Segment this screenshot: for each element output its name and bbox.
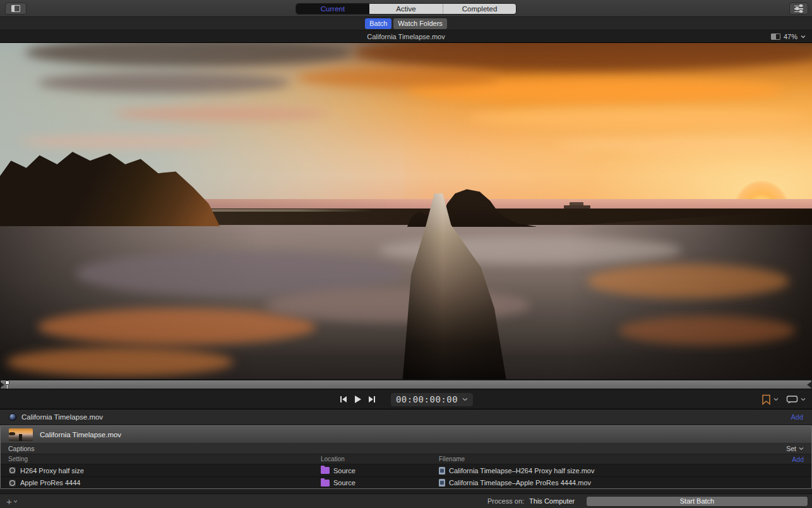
transport-bar: 00:00:00:00 bbox=[0, 390, 812, 409]
setting-name: Apple ProRes 4444 bbox=[20, 479, 80, 487]
compressor-window: Current Active Completed Batch Watch Fol… bbox=[0, 0, 812, 508]
sunset-scene bbox=[0, 43, 812, 379]
tab-active[interactable]: Active bbox=[369, 4, 443, 14]
toolbar: Current Active Completed bbox=[0, 0, 812, 17]
display-options-button[interactable] bbox=[786, 395, 798, 404]
filename-value: California Timelapse–H264 Proxy half siz… bbox=[449, 467, 595, 475]
zoom-level: 47% bbox=[784, 33, 797, 40]
chevron-down-icon bbox=[13, 500, 18, 503]
movie-file-icon bbox=[9, 413, 16, 421]
chevron-down-icon bbox=[799, 447, 804, 451]
cloud bbox=[19, 135, 221, 148]
view-segmented-control: Current Active Completed bbox=[296, 3, 516, 15]
timecode-field[interactable]: 00:00:00:00 bbox=[391, 393, 473, 406]
column-header-row: Setting Location Filename Add bbox=[1, 454, 811, 464]
batch-list-empty-area bbox=[0, 489, 812, 493]
column-filename: Filename bbox=[439, 456, 465, 463]
cloud bbox=[297, 68, 499, 87]
chevron-down-icon bbox=[462, 397, 468, 401]
file-icon bbox=[439, 467, 445, 475]
play-icon bbox=[354, 395, 362, 404]
cloud bbox=[467, 109, 808, 128]
tab-current[interactable]: Current bbox=[296, 4, 369, 14]
batch-tabs-row: Batch Watch Folders bbox=[0, 17, 812, 30]
skip-forward-icon bbox=[367, 396, 376, 403]
playhead[interactable] bbox=[5, 380, 9, 389]
location-value: Source bbox=[333, 479, 355, 487]
add-output-link[interactable]: Add bbox=[791, 413, 803, 421]
marker-button[interactable] bbox=[761, 394, 771, 405]
cloud bbox=[556, 138, 796, 152]
start-batch-button[interactable]: Start Batch bbox=[586, 496, 808, 507]
captions-label: Captions bbox=[8, 445, 34, 452]
job-header-row[interactable]: California Timelapse.mov bbox=[1, 426, 811, 444]
go-to-start-button[interactable] bbox=[339, 396, 348, 403]
job-thumbnail bbox=[9, 428, 33, 441]
column-setting: Setting bbox=[8, 456, 28, 463]
set-label: Set bbox=[786, 445, 796, 452]
column-location: Location bbox=[321, 456, 345, 463]
process-on-value: This Computer bbox=[529, 497, 575, 505]
tab-watch-folders[interactable]: Watch Folders bbox=[393, 18, 447, 29]
batch-list: California Timelapse.mov Add California … bbox=[0, 409, 812, 493]
timecode-value: 00:00:00:00 bbox=[396, 394, 458, 404]
bookmark-icon bbox=[761, 394, 771, 405]
go-to-end-button[interactable] bbox=[367, 396, 376, 403]
add-output-link[interactable]: Add bbox=[792, 456, 804, 463]
folder-icon bbox=[321, 467, 330, 474]
preview-image bbox=[0, 43, 812, 379]
captions-set-dropdown[interactable]: Set bbox=[786, 445, 804, 452]
captions-row[interactable]: Captions Set bbox=[1, 444, 811, 454]
viewer-title: California Timelapse.mov bbox=[367, 33, 445, 40]
sliders-icon bbox=[794, 5, 803, 13]
setting-name: H264 Proxy half size bbox=[20, 467, 84, 475]
setting-icon bbox=[8, 479, 16, 487]
job-name: California Timelapse.mov bbox=[40, 431, 121, 438]
in-point-marker[interactable] bbox=[1, 382, 4, 387]
timeline-scrubber[interactable] bbox=[0, 379, 812, 390]
cloud bbox=[114, 106, 328, 121]
display-icon bbox=[786, 395, 798, 404]
ship-silhouette bbox=[564, 201, 590, 209]
output-row[interactable]: Apple ProRes 4444 Source California Time… bbox=[1, 476, 811, 488]
chevron-down-icon bbox=[801, 35, 806, 39]
file-icon bbox=[439, 479, 445, 487]
cloud-reflection bbox=[587, 264, 789, 298]
tab-batch[interactable]: Batch bbox=[365, 18, 391, 29]
skip-back-icon bbox=[339, 396, 348, 403]
source-row[interactable]: California Timelapse.mov Add bbox=[0, 409, 812, 425]
viewer-title-bar: California Timelapse.mov 47% bbox=[0, 30, 812, 43]
add-job-button[interactable]: + bbox=[6, 497, 18, 506]
source-name: California Timelapse.mov bbox=[21, 413, 103, 421]
process-on-control: Process on: This Computer bbox=[487, 497, 592, 505]
scrubber-track[interactable] bbox=[1, 380, 811, 389]
plus-icon: + bbox=[6, 497, 12, 506]
cloud bbox=[38, 72, 290, 94]
sidebar-icon bbox=[11, 5, 20, 12]
chevron-down-icon[interactable] bbox=[773, 397, 779, 401]
cloud-reflection bbox=[6, 348, 234, 377]
split-view-icon bbox=[771, 33, 780, 40]
chevron-down-icon[interactable] bbox=[801, 397, 806, 401]
play-button[interactable] bbox=[354, 395, 362, 404]
location-value: Source bbox=[333, 467, 355, 475]
cloud-reflection bbox=[619, 316, 796, 345]
cloud-reflection bbox=[38, 308, 316, 345]
setting-icon bbox=[8, 466, 16, 475]
tab-completed[interactable]: Completed bbox=[443, 4, 516, 14]
folder-icon bbox=[321, 480, 330, 487]
filename-value: California Timelapse–Apple ProRes 4444.m… bbox=[449, 479, 591, 487]
footer-bar: + Process on: This Computer Start Batch bbox=[0, 493, 812, 508]
sidebar-toggle-button[interactable] bbox=[5, 3, 27, 15]
process-on-label: Process on: bbox=[487, 497, 524, 505]
output-row[interactable]: H264 Proxy half size Source California T… bbox=[1, 464, 811, 476]
out-point-marker[interactable] bbox=[807, 382, 811, 388]
inspector-toggle-button[interactable] bbox=[789, 3, 808, 15]
zoom-control[interactable]: 47% bbox=[771, 30, 806, 42]
selected-job-group: California Timelapse.mov Captions Set Se… bbox=[0, 425, 812, 489]
